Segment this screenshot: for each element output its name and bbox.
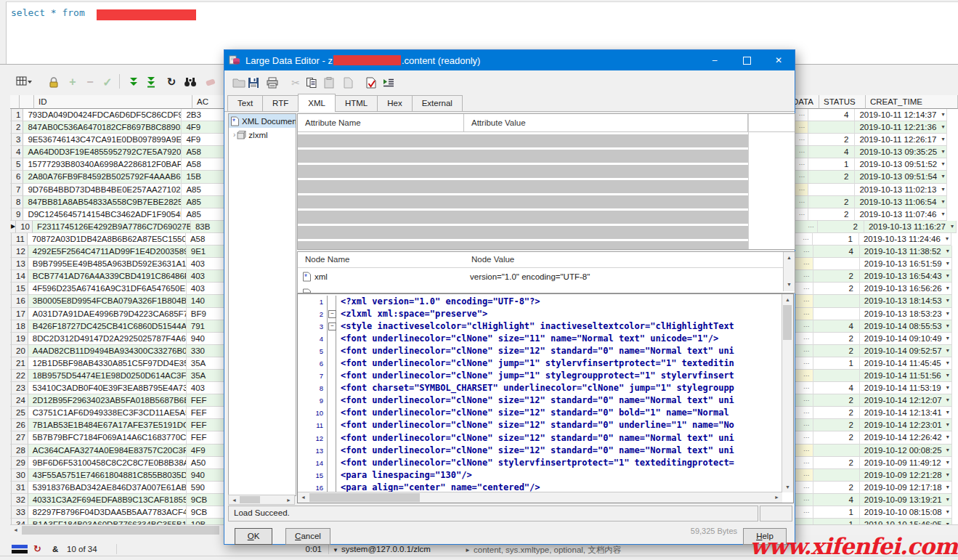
data-ellipsis-button[interactable]: … (803, 395, 811, 402)
date-dropdown-icon[interactable]: ▾ (946, 235, 949, 242)
attribute-name-header[interactable]: Attribute Name (298, 114, 464, 132)
id-ellipsis-button[interactable]: … (176, 395, 184, 402)
data-ellipsis-button[interactable]: … (798, 134, 805, 142)
data-ellipsis-button[interactable]: … (803, 432, 811, 439)
cut-icon[interactable]: ✂ (287, 75, 304, 91)
dialog-titlebar[interactable]: Large Data Editor - z .content (readonly… (224, 50, 795, 70)
date-dropdown-icon[interactable]: ▾ (946, 447, 949, 453)
save-icon[interactable] (245, 75, 262, 91)
scroll-left-icon[interactable]: ◄ (10, 525, 21, 535)
ok-button[interactable]: OK (235, 528, 272, 545)
id-ellipsis-button[interactable]: … (176, 470, 184, 477)
print-icon[interactable] (264, 75, 281, 91)
id-ellipsis-button[interactable]: … (181, 222, 188, 229)
header-status[interactable]: STATUS (819, 95, 866, 109)
scroll-left-icon[interactable]: ◄ (229, 495, 240, 505)
fold-collapse-icon[interactable]: − (328, 322, 336, 330)
data-ellipsis-button[interactable]: … (803, 271, 811, 278)
date-dropdown-icon[interactable]: ▾ (941, 161, 944, 167)
id-ellipsis-button[interactable]: … (171, 147, 179, 154)
date-dropdown-icon[interactable]: ▾ (941, 198, 944, 205)
scroll-down-icon[interactable]: ▼ (782, 482, 793, 492)
header-id[interactable]: ID (34, 95, 192, 109)
data-ellipsis-button[interactable]: … (803, 296, 811, 303)
date-dropdown-icon[interactable]: ▾ (951, 223, 954, 230)
data-ellipsis-button[interactable]: … (803, 321, 811, 328)
data-ellipsis-button[interactable]: … (803, 420, 811, 427)
date-dropdown-icon[interactable]: ▾ (946, 459, 949, 466)
code-vertical-scrollbar[interactable]: ▲ ▼ (782, 294, 793, 492)
data-ellipsis-button[interactable]: … (803, 407, 811, 415)
data-ellipsis-button[interactable]: … (803, 309, 811, 316)
data-ellipsis-button[interactable]: … (803, 234, 810, 241)
tab-hex[interactable]: Hex (377, 95, 412, 111)
data-ellipsis-button[interactable]: … (803, 333, 811, 341)
date-dropdown-icon[interactable]: ▾ (941, 136, 944, 142)
scroll-right-icon[interactable]: ► (283, 495, 294, 505)
connection-dropdown-icon[interactable]: ▼ (333, 547, 338, 553)
date-dropdown-icon[interactable]: ▾ (946, 484, 949, 490)
post-changes-icon[interactable]: ✓ (99, 73, 116, 91)
tree-scroll-thumb[interactable] (240, 496, 260, 503)
id-ellipsis-button[interactable]: … (176, 333, 184, 341)
data-ellipsis-button[interactable]: … (803, 358, 811, 365)
code-hscroll-thumb[interactable] (309, 493, 420, 502)
data-ellipsis-button[interactable]: … (803, 458, 811, 465)
node-vertical-scrollbar[interactable]: ▲ ▼ (783, 252, 795, 291)
data-ellipsis-button[interactable]: … (803, 482, 811, 490)
data-ellipsis-button[interactable]: … (803, 259, 811, 266)
date-dropdown-icon[interactable]: ▾ (941, 173, 944, 179)
eraser-icon[interactable] (202, 73, 219, 91)
date-dropdown-icon[interactable]: ▾ (941, 111, 944, 118)
data-ellipsis-button[interactable]: … (798, 147, 805, 154)
date-dropdown-icon[interactable]: ▾ (946, 285, 949, 291)
date-dropdown-icon[interactable]: ▾ (946, 434, 949, 440)
data-ellipsis-button[interactable]: … (803, 470, 811, 477)
id-ellipsis-button[interactable]: … (171, 134, 179, 142)
id-ellipsis-button[interactable]: … (171, 110, 179, 117)
id-ellipsis-button[interactable]: … (176, 296, 184, 303)
id-ellipsis-button[interactable]: … (176, 432, 184, 439)
data-ellipsis-button[interactable]: … (798, 122, 805, 129)
date-dropdown-icon[interactable]: ▾ (941, 211, 944, 217)
id-ellipsis-button[interactable]: … (176, 370, 184, 378)
tab-rtf[interactable]: RTF (262, 95, 299, 111)
id-ellipsis-button[interactable]: … (176, 495, 184, 502)
find-icon[interactable] (182, 73, 199, 91)
header-creat-time[interactable]: CREAT_TIME (866, 95, 958, 109)
data-ellipsis-button[interactable]: … (803, 370, 811, 378)
id-ellipsis-button[interactable]: … (176, 383, 184, 390)
validate-xml-icon[interactable] (362, 75, 380, 91)
close-button[interactable]: ✕ (763, 50, 795, 70)
date-dropdown-icon[interactable]: ▾ (946, 322, 949, 329)
date-dropdown-icon[interactable]: ▾ (946, 508, 949, 515)
id-ellipsis-button[interactable]: … (171, 209, 179, 216)
auto-refresh-icon[interactable]: ↻ (33, 543, 41, 554)
data-ellipsis-button[interactable]: … (798, 209, 805, 216)
tab-external[interactable]: External (412, 95, 463, 111)
id-ellipsis-button[interactable]: … (171, 184, 179, 192)
id-ellipsis-button[interactable]: … (176, 420, 184, 427)
date-dropdown-icon[interactable]: ▾ (946, 372, 949, 378)
id-ellipsis-button[interactable]: … (176, 507, 184, 514)
data-ellipsis-button[interactable]: … (808, 222, 815, 229)
data-ellipsis-button[interactable]: … (803, 246, 811, 253)
connection-label[interactable]: system@127.0.0.1/zlcm (341, 545, 431, 553)
date-dropdown-icon[interactable]: ▾ (946, 248, 949, 254)
scroll-left-icon[interactable]: ◄ (298, 492, 309, 502)
date-dropdown-icon[interactable]: ▾ (946, 496, 949, 503)
node-name-header[interactable]: Node Name (298, 252, 464, 268)
date-dropdown-icon[interactable]: ▾ (946, 260, 949, 267)
grid-scroll-thumb[interactable] (22, 526, 219, 535)
date-dropdown-icon[interactable]: ▾ (946, 360, 949, 366)
data-ellipsis-button[interactable]: … (803, 519, 811, 524)
id-ellipsis-button[interactable]: … (171, 122, 179, 129)
scroll-up-icon[interactable]: ▲ (782, 295, 793, 304)
id-ellipsis-button[interactable]: … (176, 321, 184, 328)
id-ellipsis-button[interactable]: … (176, 246, 184, 253)
id-ellipsis-button[interactable]: … (171, 171, 179, 179)
data-ellipsis-button[interactable]: … (803, 507, 811, 514)
id-ellipsis-button[interactable]: … (176, 234, 183, 241)
node-row[interactable]: * xml version="1.0" encoding="UTF-8" (298, 268, 795, 285)
tree-item-zlxml[interactable]: › zlxml (229, 128, 296, 142)
